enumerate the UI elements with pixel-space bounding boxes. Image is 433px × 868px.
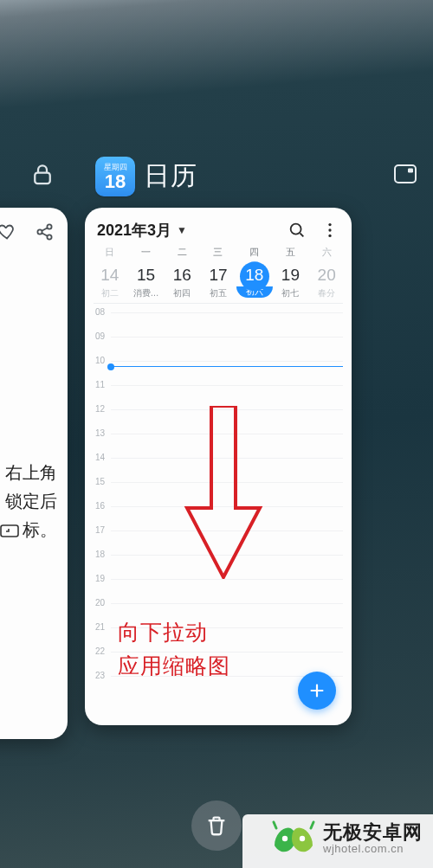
weekday-label: 三 <box>200 246 236 259</box>
svg-point-8 <box>328 223 331 226</box>
hour-row: 15 <box>85 482 352 506</box>
dates-row[interactable]: 14151617181920 <box>85 262 352 288</box>
svg-rect-0 <box>35 173 50 184</box>
svg-point-7 <box>291 224 301 235</box>
date-cell[interactable]: 19 <box>273 262 309 288</box>
annotation-text: 向下拉动 应用缩略图 <box>118 615 230 683</box>
hour-row: 17 <box>85 530 352 555</box>
svg-point-9 <box>328 228 331 231</box>
app-title: 日历 <box>144 158 197 194</box>
svg-rect-1 <box>395 165 416 183</box>
lunar-sub-row: 初二消费…初四初五初六初七春分 <box>85 288 352 298</box>
calendar-app-icon[interactable]: 星期四 18 <box>95 157 135 196</box>
heart-icon[interactable] <box>0 222 17 242</box>
hour-row: 13 <box>85 434 352 458</box>
add-event-button[interactable] <box>298 672 336 710</box>
lock-small-icon <box>0 519 23 538</box>
date-cell[interactable]: 15 <box>128 262 165 288</box>
hour-row: 08 <box>85 312 352 337</box>
weekday-label: 日 <box>92 246 128 259</box>
svg-rect-6 <box>1 525 18 537</box>
lunar-label: 初五 <box>200 288 236 298</box>
lunar-label: 初七 <box>273 288 309 298</box>
previous-app-card[interactable]: 右上角 锁定后 标。 <box>0 208 68 739</box>
recent-apps-screen: 星期四 18 日历 <box>0 0 433 868</box>
app-card-header: 星期四 18 日历 <box>0 160 433 195</box>
weekday-label: 五 <box>273 246 309 259</box>
current-time-indicator <box>111 366 343 367</box>
date-cell[interactable]: 17 <box>200 262 236 288</box>
day-timeline[interactable]: 23222120191817161514131211100908 向下拉动 应用… <box>85 304 352 725</box>
hour-row: 10 <box>85 361 352 385</box>
hour-row: 18 <box>85 555 352 579</box>
lunar-label: 初四 <box>164 288 200 298</box>
month-label: 2021年3月 <box>97 220 171 241</box>
date-cell[interactable]: 20 <box>308 262 345 288</box>
lunar-label: 春分 <box>308 288 345 298</box>
more-icon[interactable] <box>320 221 339 240</box>
hour-row: 14 <box>85 458 352 482</box>
date-cell[interactable]: 16 <box>164 262 200 288</box>
lunar-label: 消费… <box>128 288 165 298</box>
hour-row: 16 <box>85 506 352 530</box>
svg-point-11 <box>282 836 288 841</box>
watermark-url: wjhotel.com.cn <box>323 843 423 855</box>
weekday-label: 二 <box>164 246 200 259</box>
hour-row: 09 <box>85 337 352 361</box>
calendar-app-card[interactable]: 2021年3月 ▼ 日一二 <box>85 208 352 725</box>
lunar-label: 初二 <box>92 288 128 298</box>
chevron-down-icon: ▼ <box>177 224 187 236</box>
month-picker[interactable]: 2021年3月 ▼ <box>97 220 187 241</box>
svg-point-4 <box>47 224 51 228</box>
weekday-header-row: 日一二三四五六 <box>85 246 352 259</box>
date-cell[interactable]: 14 <box>92 262 128 288</box>
hour-row: 12 <box>85 409 352 434</box>
watermark-logo <box>271 816 316 861</box>
app-cards-row[interactable]: 右上角 锁定后 标。 2021年3月 ▼ <box>0 208 433 736</box>
date-cell[interactable]: 18 <box>236 262 273 288</box>
windowed-mode-icon[interactable] <box>393 164 417 184</box>
hour-row: 19 <box>85 579 352 603</box>
weekday-label: 四 <box>236 246 273 259</box>
hour-row: 11 <box>85 385 352 409</box>
search-icon[interactable] <box>288 221 307 240</box>
calendar-topbar: 2021年3月 ▼ <box>85 208 352 246</box>
weekday-label: 六 <box>308 246 345 259</box>
share-icon[interactable] <box>35 222 55 242</box>
svg-point-3 <box>37 229 42 234</box>
lock-icon[interactable] <box>29 162 55 188</box>
app-icon-day: 18 <box>105 171 126 191</box>
watermark: 无极安卓网 wjhotel.com.cn <box>271 813 428 861</box>
svg-point-10 <box>328 235 331 237</box>
weekday-label: 一 <box>128 246 165 259</box>
svg-rect-2 <box>408 169 413 173</box>
tip-text: 右上角 锁定后 标。 <box>0 459 68 544</box>
watermark-name: 无极安卓网 <box>323 822 423 843</box>
svg-point-5 <box>47 235 51 239</box>
svg-point-12 <box>300 836 305 841</box>
clear-all-button[interactable] <box>191 800 242 851</box>
